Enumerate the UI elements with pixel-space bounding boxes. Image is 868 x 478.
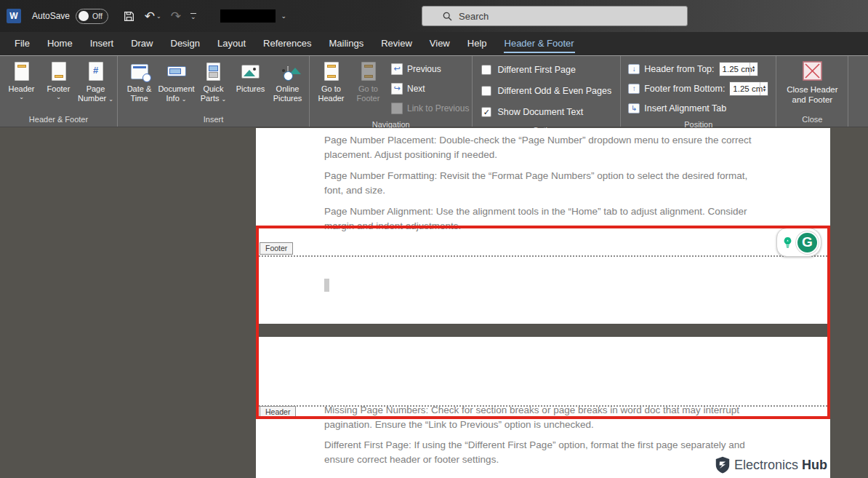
header-button-label: Header bbox=[8, 84, 34, 94]
tab-mailings[interactable]: Mailings bbox=[329, 34, 365, 53]
chevron-down-icon: ⌄ bbox=[281, 12, 287, 20]
tab-file[interactable]: File bbox=[14, 34, 31, 53]
footer-from-bottom-value: 1.25 cm bbox=[733, 84, 763, 93]
date-time-label: Date & Time bbox=[121, 84, 158, 103]
word-logo: W bbox=[7, 9, 21, 23]
paragraph: Page Number Placement: Double-check the … bbox=[324, 133, 763, 162]
link-to-previous-icon bbox=[391, 103, 403, 114]
tab-references[interactable]: References bbox=[262, 34, 312, 53]
tab-view[interactable]: View bbox=[429, 34, 451, 53]
undo-button[interactable]: ↶ ⌄ bbox=[145, 10, 161, 23]
footer-from-bottom-spinner[interactable]: 1.25 cm ▲▼ bbox=[729, 81, 768, 96]
tab-draw[interactable]: Draw bbox=[130, 34, 153, 53]
ribbon-group-position: ↓ Header from Top: 1.25 cm ▲▼ ↑ Footer f… bbox=[621, 56, 776, 127]
checkbox-box-unchecked bbox=[481, 65, 491, 75]
date-time-button[interactable]: Date & Time bbox=[121, 59, 158, 103]
tab-insert[interactable]: Insert bbox=[89, 34, 115, 53]
chevron-down-icon: ⌄ bbox=[182, 96, 187, 103]
watermark-text: Electronics Hub bbox=[734, 458, 827, 473]
check-icon: ✓ bbox=[483, 108, 490, 116]
link-to-previous-button[interactable]: Link to Previous bbox=[391, 102, 469, 115]
autosave-state: Off bbox=[92, 12, 103, 20]
chevron-down-icon: ⌄ bbox=[56, 94, 61, 100]
go-to-header-icon bbox=[324, 62, 339, 81]
close-header-footer-label: Close Header and Footer bbox=[779, 84, 845, 105]
save-button[interactable] bbox=[123, 10, 135, 23]
spinner-arrows-icon[interactable]: ▲▼ bbox=[760, 82, 768, 95]
tab-review[interactable]: Review bbox=[380, 34, 413, 53]
tab-design[interactable]: Design bbox=[170, 34, 201, 53]
online-pictures-label: Online Pictures bbox=[269, 84, 306, 103]
pictures-icon bbox=[241, 65, 260, 79]
document-info-label: Document Info ⌄ bbox=[158, 84, 195, 104]
page-number-button[interactable]: # Page Number ⌄ bbox=[77, 59, 114, 104]
insert-alignment-tab-label: Insert Alignment Tab bbox=[644, 103, 726, 113]
header-from-top-value: 1.25 cm bbox=[723, 65, 752, 73]
pictures-button[interactable]: Pictures bbox=[232, 59, 269, 94]
next-label: Next bbox=[407, 84, 425, 94]
page-number-icon: # bbox=[89, 62, 103, 81]
ribbon-tabs: File Home Insert Draw Design Layout Refe… bbox=[0, 32, 868, 56]
quick-access-toolbar: ↶ ⌄ ↷ ⌄ bbox=[123, 10, 206, 23]
header-from-top-spinner[interactable]: 1.25 cm ▲▼ bbox=[719, 62, 758, 76]
header-button[interactable]: Header ⌄ bbox=[3, 59, 40, 100]
tab-layout[interactable]: Layout bbox=[217, 34, 246, 53]
next-icon: ↪ bbox=[391, 83, 403, 95]
chevron-down-icon: ⌄ bbox=[222, 96, 227, 103]
footer-icon bbox=[52, 62, 66, 81]
next-button[interactable]: ↪ Next bbox=[391, 82, 469, 95]
tab-header-footer[interactable]: Header & Footer bbox=[504, 34, 575, 53]
electronics-hub-watermark: Electronics Hub bbox=[715, 456, 827, 474]
insert-alignment-tab-button[interactable]: ↳ Insert Alignment Tab bbox=[628, 101, 768, 116]
group-label-insert: Insert bbox=[121, 114, 306, 127]
footer-from-bottom-icon: ↑ bbox=[628, 84, 640, 94]
tab-home[interactable]: Home bbox=[47, 34, 73, 53]
redo-button[interactable]: ↷ bbox=[171, 10, 181, 23]
search-input[interactable]: Search bbox=[422, 6, 688, 26]
search-icon bbox=[443, 12, 452, 21]
ribbon: Header ⌄ Footer ⌄ # Page Number ⌄ Header… bbox=[0, 56, 868, 127]
autosave-toggle[interactable]: Off bbox=[76, 9, 108, 24]
document-info-button[interactable]: Document Info ⌄ bbox=[158, 59, 195, 104]
footer-button-label: Footer bbox=[47, 84, 71, 94]
body-text-block: Page Number Placement: Double-check the … bbox=[324, 133, 763, 240]
online-pictures-icon bbox=[287, 67, 289, 76]
checkbox-show-document-text[interactable]: ✓ Show Document Text bbox=[481, 106, 611, 118]
quick-parts-label: Quick Parts ⌄ bbox=[195, 84, 232, 104]
header-from-top-label: Header from Top: bbox=[644, 64, 714, 74]
go-to-footer-icon bbox=[361, 62, 376, 81]
go-to-footer-button[interactable]: Go to Footer bbox=[350, 59, 387, 103]
ribbon-group-navigation: Go to Header Go to Footer ↩ Previous ↪ N… bbox=[310, 56, 473, 127]
header-from-top-icon: ↓ bbox=[628, 64, 640, 74]
checkbox-different-first-page[interactable]: Different First Page bbox=[481, 64, 611, 76]
checkbox-box-unchecked bbox=[481, 86, 491, 96]
insert-alignment-tab-icon: ↳ bbox=[628, 103, 640, 113]
group-label-header-footer: Header & Footer bbox=[3, 114, 114, 127]
document-info-icon bbox=[167, 66, 186, 76]
tab-help[interactable]: Help bbox=[467, 34, 488, 53]
save-icon bbox=[123, 10, 135, 23]
checkbox-different-odd-even[interactable]: Different Odd & Even Pages bbox=[481, 85, 611, 97]
chevron-down-icon: ⌄ bbox=[190, 13, 196, 20]
show-document-text-label: Show Document Text bbox=[497, 107, 583, 117]
go-to-footer-label: Go to Footer bbox=[350, 84, 387, 103]
date-time-icon bbox=[131, 64, 148, 79]
quick-parts-button[interactable]: Quick Parts ⌄ bbox=[195, 59, 232, 104]
chevron-down-icon: ⌄ bbox=[108, 96, 113, 103]
spinner-arrows-icon[interactable]: ▲▼ bbox=[750, 63, 758, 76]
footer-button[interactable]: Footer ⌄ bbox=[40, 59, 77, 100]
customize-toolbar-button[interactable]: ⌄ bbox=[190, 13, 196, 20]
chevron-down-icon: ⌄ bbox=[156, 13, 161, 20]
paragraph: Different First Page: If using the “Diff… bbox=[324, 438, 763, 467]
previous-button[interactable]: ↩ Previous bbox=[391, 63, 469, 76]
different-odd-even-label: Different Odd & Even Pages bbox=[497, 86, 611, 96]
ribbon-group-insert: Date & Time Document Info ⌄ Quick Parts … bbox=[118, 56, 310, 127]
document-canvas: Page Number Placement: Double-check the … bbox=[0, 128, 868, 478]
footer-from-bottom-label: Footer from Bottom: bbox=[644, 84, 725, 94]
online-pictures-button[interactable]: Online Pictures bbox=[269, 59, 306, 103]
link-to-previous-label: Link to Previous bbox=[407, 103, 469, 113]
pictures-label: Pictures bbox=[236, 84, 265, 94]
close-header-footer-button[interactable]: Close Header and Footer bbox=[779, 59, 845, 105]
go-to-header-button[interactable]: Go to Header bbox=[313, 59, 350, 103]
ribbon-group-header-footer: Header ⌄ Footer ⌄ # Page Number ⌄ Header… bbox=[0, 56, 118, 127]
